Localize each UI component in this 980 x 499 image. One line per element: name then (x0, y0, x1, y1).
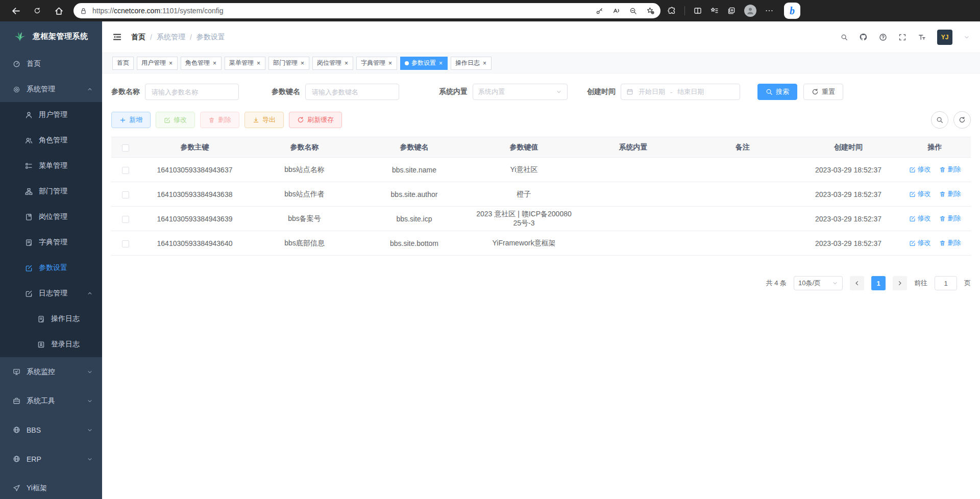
font-size-icon[interactable] (918, 33, 926, 41)
sidebar-item-登录日志[interactable]: 登录日志 (0, 332, 102, 357)
row-edit-link[interactable]: 修改 (909, 238, 931, 247)
page-1-button[interactable]: 1 (871, 276, 886, 290)
close-icon[interactable]: × (438, 60, 443, 67)
app-title: 意框架管理系统 (33, 32, 88, 41)
goto-page-input[interactable] (935, 276, 957, 290)
password-key-icon[interactable] (596, 7, 603, 15)
calendar-icon (626, 88, 633, 95)
sidebar-item-操作日志[interactable]: 操作日志 (0, 306, 102, 332)
edit-button[interactable]: 修改 (156, 112, 195, 128)
sidebar-item-BBS[interactable]: BBS (0, 415, 102, 444)
user-logo-avatar[interactable]: YJ (937, 30, 952, 45)
close-icon[interactable]: × (344, 60, 349, 67)
add-button[interactable]: 新增 (111, 112, 151, 128)
tab-参数设置[interactable]: 参数设置× (400, 57, 448, 70)
fullscreen-icon[interactable] (898, 33, 906, 41)
tab-菜单管理[interactable]: 菜单管理× (225, 57, 265, 70)
sidebar-item-菜单管理[interactable]: 菜单管理 (0, 153, 102, 179)
globe-icon (12, 455, 20, 463)
tab-stack-icon[interactable] (727, 7, 736, 15)
row-checkbox[interactable] (122, 240, 129, 247)
param-key-input[interactable] (305, 84, 399, 100)
close-icon[interactable]: × (388, 60, 393, 67)
row-delete-link[interactable]: 删除 (939, 189, 961, 198)
sidebar-item-ERP[interactable]: ERP (0, 444, 102, 473)
next-page-button[interactable] (893, 276, 907, 290)
app-logo-row[interactable]: 意框架管理系统 (0, 21, 102, 51)
refresh-table-button[interactable] (953, 111, 971, 129)
sidebar-item-系统监控[interactable]: 系统监控 (0, 357, 102, 386)
sidebar-item-label: 操作日志 (51, 314, 80, 323)
sidebar-item-系统工具[interactable]: 系统工具 (0, 386, 102, 415)
github-icon[interactable] (859, 33, 868, 41)
close-icon[interactable]: × (212, 60, 217, 67)
reset-button[interactable]: 重置 (803, 84, 843, 100)
user-menu-caret-icon[interactable] (964, 34, 970, 40)
tab-岗位管理[interactable]: 岗位管理× (312, 57, 353, 70)
row-edit-link[interactable]: 修改 (909, 214, 931, 223)
tab-用户管理[interactable]: 用户管理× (137, 57, 178, 70)
collections-icon[interactable] (710, 7, 719, 15)
sidebar-item-岗位管理[interactable]: 岗位管理 (0, 204, 102, 230)
extensions-icon[interactable] (668, 7, 676, 15)
row-delete-link[interactable]: 删除 (939, 214, 961, 223)
address-bar[interactable]: https://ccnetcore.com:1101/system/config (74, 3, 660, 18)
search-button[interactable]: 搜索 (757, 84, 797, 100)
date-range-picker[interactable]: 开始日期 - 结束日期 (621, 84, 740, 100)
select-all-checkbox[interactable] (122, 144, 129, 152)
close-icon[interactable]: × (256, 60, 261, 67)
tab-部门管理[interactable]: 部门管理× (268, 57, 309, 70)
browser-home-icon[interactable] (50, 2, 67, 19)
more-menu-icon[interactable] (765, 7, 773, 15)
sidebar-item-日志管理[interactable]: 日志管理 (0, 281, 102, 306)
badge-icon (24, 213, 33, 221)
row-checkbox[interactable] (122, 216, 129, 223)
zoom-out-icon[interactable] (629, 7, 637, 15)
sidebar-item-参数设置[interactable]: 参数设置 (0, 255, 102, 281)
read-aloud-icon[interactable] (612, 7, 620, 15)
chevron-down-icon (87, 398, 93, 404)
close-icon[interactable]: × (168, 60, 173, 67)
collapse-sidebar-icon[interactable] (112, 32, 122, 42)
add-favorite-star-icon[interactable] (646, 7, 654, 15)
row-delete-link[interactable]: 删除 (939, 238, 961, 247)
header-search-icon[interactable] (841, 34, 848, 41)
help-question-icon[interactable] (879, 33, 887, 41)
row-edit-link[interactable]: 修改 (909, 189, 931, 198)
tab-角色管理[interactable]: 角色管理× (181, 57, 222, 70)
cell-remark (688, 182, 798, 207)
copilot-icon[interactable]: b (784, 3, 800, 19)
row-checkbox[interactable] (122, 167, 129, 174)
tab-操作日志[interactable]: 操作日志× (451, 57, 492, 70)
sidebar-item-角色管理[interactable]: 角色管理 (0, 128, 102, 153)
sidebar-item-系统管理[interactable]: 系统管理 (0, 77, 102, 102)
row-checkbox[interactable] (122, 191, 129, 198)
row-edit-link[interactable]: 修改 (909, 165, 931, 174)
sidebar-item-字典管理[interactable]: 字典管理 (0, 230, 102, 255)
row-delete-link-label: 删除 (948, 238, 961, 247)
tab-首页[interactable]: 首页 (112, 57, 134, 70)
export-button[interactable]: 导出 (244, 112, 284, 128)
close-icon[interactable]: × (300, 60, 305, 67)
toggle-search-button[interactable] (931, 111, 948, 129)
sidebar-item-用户管理[interactable]: 用户管理 (0, 102, 102, 128)
breadcrumb-home[interactable]: 首页 (131, 33, 145, 42)
split-screen-icon[interactable] (694, 7, 702, 15)
builtin-select[interactable]: 系统内置 (473, 84, 568, 100)
tab-label: 岗位管理 (317, 59, 341, 67)
profile-avatar[interactable] (744, 5, 756, 17)
sidebar-item-部门管理[interactable]: 部门管理 (0, 179, 102, 204)
tab-字典管理[interactable]: 字典管理× (356, 57, 397, 70)
prev-page-button[interactable] (850, 276, 864, 290)
browser-refresh-icon[interactable] (29, 2, 46, 19)
refresh-cache-button[interactable]: 刷新缓存 (289, 112, 342, 128)
param-name-input[interactable] (145, 84, 239, 100)
row-delete-link[interactable]: 删除 (939, 165, 961, 174)
sidebar-item-首页[interactable]: 首页 (0, 51, 102, 77)
browser-back-icon[interactable] (7, 2, 24, 19)
sidebar-item-label: 菜单管理 (39, 161, 67, 170)
page-size-select[interactable]: 10条/页 (794, 276, 843, 290)
close-icon[interactable]: × (482, 60, 487, 67)
delete-button[interactable]: 删除 (200, 112, 239, 128)
sidebar-item-Yi框架[interactable]: Yi框架 (0, 473, 102, 499)
